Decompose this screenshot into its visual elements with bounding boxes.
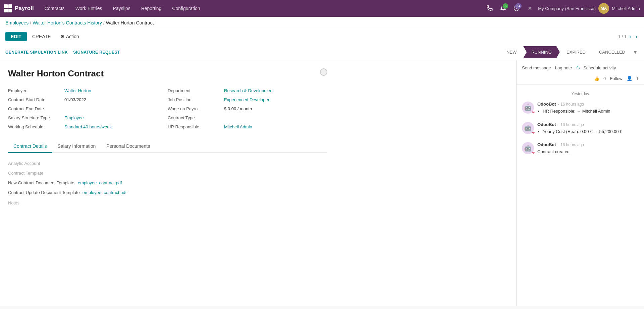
gen-sim-link-btn[interactable]: GENERATE SIMULATION LINK xyxy=(5,45,68,59)
heart-icon-2: ❤ xyxy=(532,131,535,135)
field-salary-structure: Salary Structure Type Employee xyxy=(8,115,168,120)
notifications-badge: 5 xyxy=(503,3,508,9)
gear-icon: ⚙ xyxy=(60,34,65,39)
field-working-schedule-label: Working Schedule xyxy=(8,124,62,129)
menu-item-work-entries[interactable]: Work Entries xyxy=(70,0,108,17)
field-start-date-label: Contract Start Date xyxy=(8,97,62,102)
company-info: My Company (San Francisco) xyxy=(538,6,596,11)
day-label: Yesterday xyxy=(522,91,639,96)
log-note-button[interactable]: Log note xyxy=(555,64,572,72)
field-new-contract-doc-value[interactable]: employee_contract.pdf xyxy=(78,180,122,185)
field-analytic-account-label: Analytic Account xyxy=(8,161,75,166)
chatter-feed: Yesterday 🤖 ❤ OdooBot - 16 hours ago HR … xyxy=(517,85,644,306)
field-new-contract-doc-label: New Contract Document Template xyxy=(8,180,75,185)
breadcrumb-employees[interactable]: Employees xyxy=(5,20,29,25)
chatter-text-2: Yearly Cost (Real): 0.00 € → 55,200.00 € xyxy=(537,128,639,135)
chatter-author-1: OdooBot xyxy=(537,102,556,107)
contract-title: Walter Horton Contract xyxy=(8,68,104,79)
schedule-activity-button[interactable]: ⏲ Schedule activity xyxy=(576,64,616,72)
tabs-bar: Contract Details Salary Information Pers… xyxy=(8,137,327,153)
chatter-time-3: - 16 hours ago xyxy=(558,142,584,147)
breadcrumb-sep-2: / xyxy=(103,20,105,25)
top-menu: Contracts Work Entries Payslips Reportin… xyxy=(39,0,483,17)
like-icon: 👍 xyxy=(594,76,599,81)
chatter-body-1: OdooBot - 16 hours ago HR Responsible: →… xyxy=(537,102,639,115)
field-employee-label: Employee xyxy=(8,88,62,93)
field-employee: Employee Walter Horton xyxy=(8,88,168,93)
odoobot-avatar-2: 🤖 ❤ xyxy=(522,122,534,134)
breadcrumb-current: Walter Horton Contract xyxy=(106,20,154,25)
action-bar: EDIT CREATE ⚙ Action 1 / 1 ‹ › xyxy=(0,29,644,44)
field-hr-responsible: HR Responsible Mitchell Admin xyxy=(168,124,327,129)
tab-salary-information[interactable]: Salary Information xyxy=(52,140,101,153)
menu-item-contracts[interactable]: Contracts xyxy=(39,0,70,17)
send-message-button[interactable]: Send message xyxy=(522,64,551,72)
tab-contract-details[interactable]: Contract Details xyxy=(8,140,52,153)
field-employee-value[interactable]: Walter Horton xyxy=(64,88,91,93)
chatter-message-2: 🤖 ❤ OdooBot - 16 hours ago Yearly Cost (… xyxy=(522,122,639,136)
company-name: My Company (San Francisco) xyxy=(538,6,596,11)
prev-record-button[interactable]: ‹ xyxy=(628,33,633,40)
workflow-scroll[interactable]: ▼ xyxy=(632,50,639,55)
field-start-date: Contract Start Date 01/03/2022 xyxy=(8,97,168,102)
chatter-meta-3: OdooBot - 16 hours ago xyxy=(537,142,639,147)
app-logo[interactable]: Payroll xyxy=(4,4,34,12)
chatter-author-2: OdooBot xyxy=(537,122,556,127)
chatter-right-actions: 👍 0 Follow 👤 1 xyxy=(594,76,639,81)
odoobot-avatar-3: 🤖 ❤ xyxy=(522,142,534,154)
grid-icon xyxy=(4,4,12,12)
field-department-value[interactable]: Research & Development xyxy=(224,88,274,93)
sig-request-btn[interactable]: SIGNATURE REQUEST xyxy=(73,45,120,59)
field-job-position: Job Position Experienced Developer xyxy=(168,97,327,102)
pagination-label: 1 / 1 xyxy=(618,34,627,39)
follow-button[interactable]: Follow xyxy=(610,76,623,81)
chatter-text-3: Contract created xyxy=(537,148,639,155)
stage-new[interactable]: NEW xyxy=(500,46,523,58)
action-menu-button[interactable]: ⚙ Action xyxy=(60,34,79,39)
stage-cancelled[interactable]: CANCELLED xyxy=(592,46,632,58)
field-contract-template-label: Contract Template xyxy=(8,171,75,176)
top-navigation: Payroll Contracts Work Entries Payslips … xyxy=(0,0,644,17)
workflow-bar: GENERATE SIMULATION LINK SIGNATURE REQUE… xyxy=(0,44,644,60)
stage-expired[interactable]: EXPIRED xyxy=(560,46,592,58)
user-avatar[interactable]: MA xyxy=(598,3,609,14)
field-job-position-value[interactable]: Experienced Developer xyxy=(224,97,269,102)
status-indicator[interactable] xyxy=(320,68,327,76)
field-contract-template: Contract Template xyxy=(8,171,327,176)
heart-icon-3: ❤ xyxy=(532,151,535,155)
field-department-label: Department xyxy=(168,88,221,93)
field-end-date-label: Contract End Date xyxy=(8,106,62,111)
field-hr-responsible-label: HR Responsible xyxy=(168,124,221,129)
field-salary-structure-label: Salary Structure Type xyxy=(8,115,62,120)
close-icon-btn[interactable] xyxy=(525,3,535,14)
chatter-message-3: 🤖 ❤ OdooBot - 16 hours ago Contract crea… xyxy=(522,142,639,155)
field-update-contract-doc-value[interactable]: employee_contract.pdf xyxy=(83,190,127,195)
workflow-links: GENERATE SIMULATION LINK SIGNATURE REQUE… xyxy=(5,45,120,59)
menu-item-configuration[interactable]: Configuration xyxy=(167,0,205,17)
field-start-date-value: 01/03/2022 xyxy=(64,97,86,102)
field-working-schedule-value[interactable]: Standard 40 hours/week xyxy=(64,124,112,129)
field-hr-responsible-value[interactable]: Mitchell Admin xyxy=(224,124,252,129)
menu-item-payslips[interactable]: Payslips xyxy=(108,0,136,17)
tab-personal-documents[interactable]: Personal Documents xyxy=(101,140,155,153)
field-end-date: Contract End Date xyxy=(8,106,168,111)
field-update-contract-doc: Contract Update Document Template employ… xyxy=(8,190,327,195)
notifications-icon-btn[interactable]: 5 xyxy=(498,3,508,14)
clock-icon-btn[interactable]: 34 xyxy=(511,3,522,14)
create-button[interactable]: CREATE xyxy=(30,32,54,41)
menu-item-reporting[interactable]: Reporting xyxy=(136,0,167,17)
next-record-button[interactable]: › xyxy=(634,33,639,40)
phone-icon-btn[interactable] xyxy=(484,3,495,14)
tab-content-contract-details: Analytic Account Contract Template New C… xyxy=(8,158,327,208)
field-salary-structure-value[interactable]: Employee xyxy=(64,115,84,120)
stage-running[interactable]: RUNNING xyxy=(523,46,560,58)
top-right-actions: 5 34 My Company (San Francisco) MA Mitch… xyxy=(484,3,640,14)
fields-left: Employee Walter Horton Contract Start Da… xyxy=(8,88,168,129)
edit-button[interactable]: EDIT xyxy=(5,32,27,41)
breadcrumb-contracts-history[interactable]: Walter Horton's Contracts History xyxy=(33,20,102,25)
odoobot-avatar-1: 🤖 ❤ xyxy=(522,102,534,114)
field-update-contract-doc-label: Contract Update Document Template xyxy=(8,190,80,195)
form-header: Walter Horton Contract xyxy=(8,68,327,79)
field-job-position-label: Job Position xyxy=(168,97,221,102)
chatter-area: Send message Log note ⏲ Schedule activit… xyxy=(517,60,644,306)
